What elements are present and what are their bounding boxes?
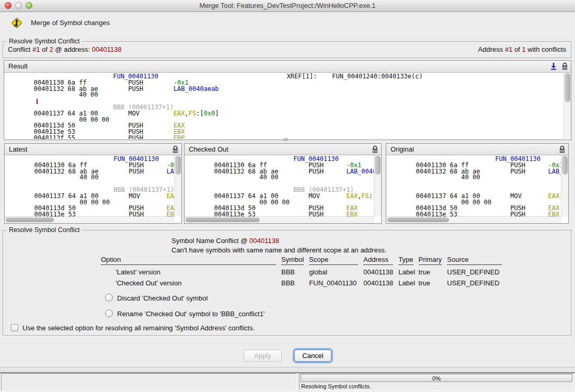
latest-hscroll-thumb[interactable] bbox=[6, 217, 54, 222]
radio-label: Discard 'Checked Out' symbol bbox=[117, 294, 208, 302]
progress-status-text: Resolving Symbol conflicts. bbox=[301, 383, 371, 389]
original-hscroll-thumb[interactable] bbox=[387, 217, 449, 222]
latest-listing-panel: Latest FUN_00401130 00401130 6a ff bbox=[4, 143, 182, 224]
resolve-symbol-conflict-groupbox-bottom: Resolve Symbol Conflict Symbol Name Conf… bbox=[3, 230, 571, 336]
asm-token: 0040113e 53 PUSH bbox=[188, 211, 346, 216]
latest-vertical-scrollbar[interactable] bbox=[174, 155, 181, 216]
asm-token: , bbox=[185, 110, 189, 117]
table-cell: global bbox=[309, 265, 363, 276]
asm-token: :[ bbox=[196, 110, 203, 117]
asm-token: 40 00 bbox=[8, 174, 98, 181]
latest-vscroll-thumb[interactable] bbox=[175, 156, 181, 175]
table-cell: Label bbox=[398, 276, 418, 287]
asm-token: EBX bbox=[166, 211, 174, 216]
asm-token: EBX bbox=[346, 211, 358, 216]
table-header: Symbol bbox=[281, 255, 304, 265]
asm-token: FS bbox=[361, 192, 369, 200]
text-segment: @ address: bbox=[53, 45, 92, 53]
zoom-window-button[interactable] bbox=[26, 2, 32, 9]
table-cell: 00401138 bbox=[363, 276, 398, 287]
checked-out-vscroll-thumb[interactable] bbox=[375, 156, 381, 175]
listing-cursor bbox=[37, 99, 38, 104]
radio-button[interactable] bbox=[105, 309, 113, 317]
table-header: Scope bbox=[309, 255, 358, 265]
minimize-window-button[interactable] bbox=[15, 2, 22, 9]
conflict-counter: Conflict #1 of 2 @ address: 00401138 bbox=[8, 45, 122, 53]
asm-token: EBP bbox=[174, 134, 185, 139]
asm-token: 40 00 bbox=[7, 91, 98, 98]
checked-out-vertical-scrollbar[interactable] bbox=[374, 155, 381, 216]
lock-icon[interactable] bbox=[561, 62, 569, 71]
checked-out-horizontal-scrollbar[interactable] bbox=[185, 216, 374, 223]
asm-token: LAB_0040aeab bbox=[174, 85, 219, 93]
asm-token: ] bbox=[215, 110, 218, 117]
result-panel-title: Result bbox=[8, 62, 28, 70]
asm-token: EAX bbox=[548, 192, 559, 200]
table-header: Address bbox=[363, 255, 393, 265]
address-counter: Address #1 of 1 with conflicts bbox=[478, 45, 566, 53]
original-horizontal-scrollbar[interactable] bbox=[386, 216, 561, 223]
goto-result-icon[interactable] bbox=[549, 62, 558, 71]
original-vertical-scrollbar[interactable] bbox=[561, 155, 568, 216]
asm-token: 40 00 bbox=[389, 174, 480, 181]
groupbox-bottom-label: Resolve Symbol Conflict bbox=[7, 226, 82, 234]
original-listing-panel: Original FUN_00401130 00401130 6a ff bbox=[386, 143, 569, 224]
result-vertical-scrollbar[interactable] bbox=[564, 73, 571, 139]
asm-token: LAB_0040aeab bbox=[346, 168, 374, 175]
asm-token: 0040113f 55 PUSH bbox=[7, 134, 174, 139]
symbol-conflict-description: Can't have symbols with same name and di… bbox=[171, 246, 386, 254]
asm-token: EAX bbox=[174, 110, 185, 117]
text-segment: Conflict # bbox=[8, 45, 36, 53]
asm-token: FS bbox=[189, 110, 196, 117]
asm-token: 0x0 bbox=[204, 110, 215, 117]
latest-horizontal-scrollbar[interactable] bbox=[5, 216, 175, 223]
table-cell: true bbox=[419, 265, 447, 276]
radio-button[interactable] bbox=[105, 294, 113, 302]
asm-token: FUN_00401240:0040133e(c) bbox=[332, 73, 422, 80]
asm-token: 40 00 bbox=[188, 174, 278, 181]
lock-icon[interactable] bbox=[558, 145, 567, 154]
table-cell: USER_DEFINED bbox=[447, 265, 507, 276]
original-listing[interactable]: FUN_00401130 00401130 6a ff PUSH -0x1 00… bbox=[386, 155, 561, 216]
groupbox-top-label: Resolve Symbol Conflict bbox=[7, 38, 82, 45]
original-panel-title: Original bbox=[390, 145, 414, 153]
latest-panel-title: Latest bbox=[9, 145, 27, 153]
asm-token: EBX bbox=[548, 211, 559, 216]
asm-token: :[ bbox=[369, 192, 374, 200]
close-window-button[interactable] bbox=[5, 2, 12, 9]
cancel-button[interactable]: Cancel bbox=[294, 350, 331, 362]
status-message-area bbox=[1, 373, 297, 391]
result-listing[interactable]: FUN_00401130 XREF[1]: FUN_00401240:00401… bbox=[4, 73, 564, 139]
progress-area: 0% Resolving Symbol conflicts. bbox=[299, 373, 574, 391]
original-vscroll-thumb[interactable] bbox=[562, 156, 568, 175]
text-segment: 1 bbox=[522, 45, 525, 53]
table-cell: true bbox=[419, 276, 447, 287]
asm-token: EAX bbox=[346, 192, 358, 200]
apply-button[interactable]: Apply bbox=[244, 350, 282, 362]
lock-icon[interactable] bbox=[371, 145, 380, 154]
lock-icon[interactable] bbox=[171, 145, 180, 154]
splitter-handle[interactable] bbox=[283, 138, 288, 141]
result-panel-header: Result bbox=[4, 61, 571, 73]
latest-panel-header: Latest bbox=[5, 144, 181, 155]
latest-listing[interactable]: FUN_00401130 00401130 6a ff PUSH -0x1 00… bbox=[5, 155, 174, 216]
text-segment: with conflicts bbox=[526, 45, 566, 53]
result-vscroll-thumb[interactable] bbox=[565, 73, 570, 102]
resolve-symbol-conflict-groupbox-top: Resolve Symbol Conflict Conflict #1 of 2… bbox=[3, 41, 571, 58]
text-segment: of bbox=[40, 45, 49, 53]
checked-out-listing-panel: Checked Out FUN_00401130 00401130 6a f bbox=[184, 143, 382, 224]
asm-token: 0040113e 53 PUSH bbox=[389, 211, 548, 216]
checkbox-label: Use the selected option for resolving al… bbox=[22, 324, 255, 332]
table-header: Option bbox=[101, 255, 276, 265]
table-cell: BBB bbox=[281, 276, 309, 287]
checkbox[interactable] bbox=[11, 324, 18, 331]
checked-out-hscroll-thumb[interactable] bbox=[186, 217, 260, 222]
checked-out-listing[interactable]: FUN_00401130 00401130 6a ff PUSH -0x1 00… bbox=[185, 155, 374, 216]
asm-line: 40 00 bbox=[389, 175, 561, 181]
text-segment: 00401138 bbox=[249, 237, 279, 245]
symbol-conflict-title: Symbol Name Conflict @ 00401138 bbox=[171, 237, 279, 245]
checked-out-panel-header: Checked Out bbox=[185, 144, 381, 155]
asm-line: 0040113e 53 PUSH EBX bbox=[8, 212, 174, 216]
window-titlebar[interactable]: Merge Tool: Features_DevTestProject:/Win… bbox=[0, 0, 575, 12]
result-listing-panel: Result bbox=[4, 60, 571, 140]
